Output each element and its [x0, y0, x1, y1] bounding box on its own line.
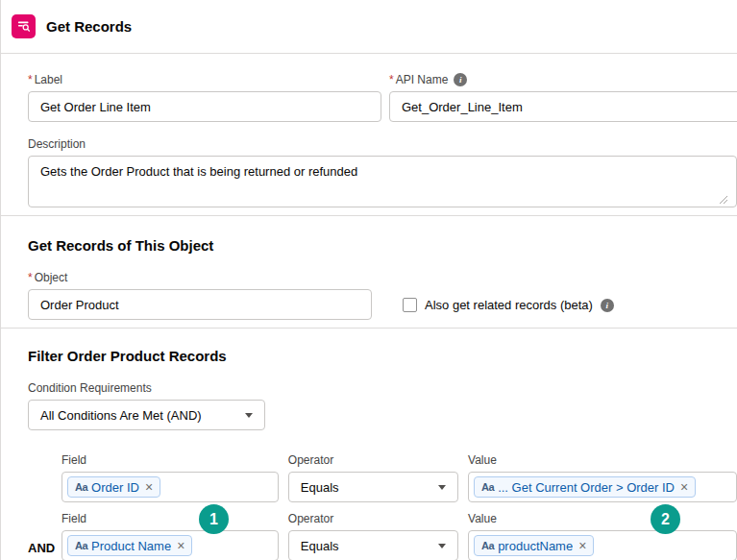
- value-column: Value Aa ... Get Current Order > Order I…: [468, 453, 737, 502]
- required-marker: *: [28, 73, 33, 86]
- object-section: Get Records of This Object *Object Also …: [1, 216, 737, 320]
- field-label: Field: [61, 512, 279, 525]
- api-name-input[interactable]: [389, 91, 737, 122]
- object-section-heading: Get Records of This Object: [28, 237, 737, 254]
- field-combobox[interactable]: Aa Order ID ×: [61, 472, 279, 502]
- details-section: *Label *API Name i Description Gets the …: [1, 54, 737, 207]
- and-condition-label: AND: [28, 541, 55, 555]
- panel-header: Get Records: [1, 0, 737, 53]
- related-records-checkbox[interactable]: [403, 298, 417, 312]
- operator-select[interactable]: Equals: [288, 530, 458, 560]
- filter-row: AND Field Aa Product Name × Operator Equ: [61, 512, 737, 560]
- annotation-marker-1: 1: [199, 504, 229, 534]
- get-records-icon: [12, 14, 36, 38]
- value-combobox[interactable]: Aa ... Get Current Order > Order ID ×: [468, 472, 737, 502]
- text-type-icon: Aa: [75, 481, 87, 493]
- condition-requirements-select[interactable]: All Conditions Are Met (AND): [28, 400, 265, 430]
- label-input[interactable]: [28, 91, 381, 122]
- info-icon[interactable]: i: [601, 299, 614, 312]
- text-type-icon: Aa: [75, 540, 87, 551]
- chevron-down-icon: [245, 413, 253, 418]
- api-name-field-label: *API Name i: [389, 73, 737, 86]
- value-combobox[interactable]: Aa productName ×: [468, 530, 737, 560]
- label-field-group: *Label: [28, 73, 381, 122]
- filter-section-heading: Filter Order Product Records: [28, 348, 737, 364]
- value-label: Value: [468, 453, 737, 467]
- condition-requirements-value: All Conditions Are Met (AND): [40, 408, 202, 423]
- chevron-down-icon: [438, 485, 446, 490]
- related-records-checkbox-label: Also get related records (beta): [425, 298, 593, 312]
- chevron-down-icon: [438, 544, 446, 548]
- annotation-marker-2: 2: [651, 504, 680, 534]
- pill-label: ... Get Current Order > Order ID: [498, 480, 675, 495]
- value-column: Value Aa productName ×: [468, 512, 737, 560]
- object-field-label: *Object: [28, 271, 372, 284]
- description-field-label: Description: [28, 137, 737, 151]
- pill-label: Order ID: [91, 480, 139, 495]
- filter-section: Filter Order Product Records Condition R…: [1, 329, 737, 560]
- object-input[interactable]: [28, 289, 372, 320]
- operator-column: Operator Equals: [288, 512, 458, 560]
- required-marker: *: [28, 271, 33, 284]
- panel-title: Get Records: [46, 18, 132, 35]
- text-type-icon: Aa: [481, 540, 494, 551]
- filter-rows: Field Aa Order ID × Operator Equals: [61, 453, 737, 560]
- operator-column: Operator Equals: [288, 453, 458, 502]
- description-field-group: Description Gets the Order Product that …: [28, 137, 737, 207]
- condition-requirements-label: Condition Requirements: [28, 381, 737, 395]
- info-icon[interactable]: i: [454, 73, 467, 86]
- field-column: Field Aa Product Name ×: [61, 512, 279, 560]
- pill-label: productName: [498, 539, 573, 553]
- label-field-label: *Label: [28, 73, 381, 86]
- resource-pill[interactable]: Aa Product Name ×: [67, 535, 192, 556]
- operator-value: Equals: [301, 539, 339, 553]
- get-records-panel: Get Records *Label *API Name i Descripti…: [0, 0, 737, 560]
- remove-pill-icon[interactable]: ×: [680, 480, 688, 494]
- value-label: Value: [468, 512, 737, 525]
- resource-pill[interactable]: Aa productName ×: [474, 535, 594, 556]
- operator-label: Operator: [288, 453, 458, 467]
- field-label: Field: [61, 453, 279, 467]
- operator-select[interactable]: Equals: [288, 472, 458, 502]
- resource-pill[interactable]: Aa Order ID ×: [67, 476, 160, 498]
- remove-pill-icon[interactable]: ×: [177, 539, 184, 552]
- field-combobox[interactable]: Aa Product Name ×: [61, 530, 279, 560]
- pill-label: Product Name: [91, 539, 171, 553]
- operator-label: Operator: [288, 512, 458, 525]
- text-type-icon: Aa: [481, 481, 494, 493]
- field-column: Field Aa Order ID ×: [61, 453, 279, 502]
- description-textarea[interactable]: Gets the Order Product that is being ret…: [28, 156, 737, 207]
- filter-row: Field Aa Order ID × Operator Equals: [61, 453, 737, 502]
- api-name-field-group: *API Name i: [389, 73, 737, 122]
- operator-value: Equals: [301, 480, 339, 495]
- resource-pill[interactable]: Aa ... Get Current Order > Order ID ×: [474, 476, 696, 498]
- remove-pill-icon[interactable]: ×: [145, 480, 153, 494]
- object-field-group: *Object: [28, 271, 372, 320]
- required-marker: *: [389, 73, 394, 86]
- related-records-checkbox-group: Also get related records (beta) i: [403, 298, 614, 320]
- remove-pill-icon[interactable]: ×: [578, 539, 586, 552]
